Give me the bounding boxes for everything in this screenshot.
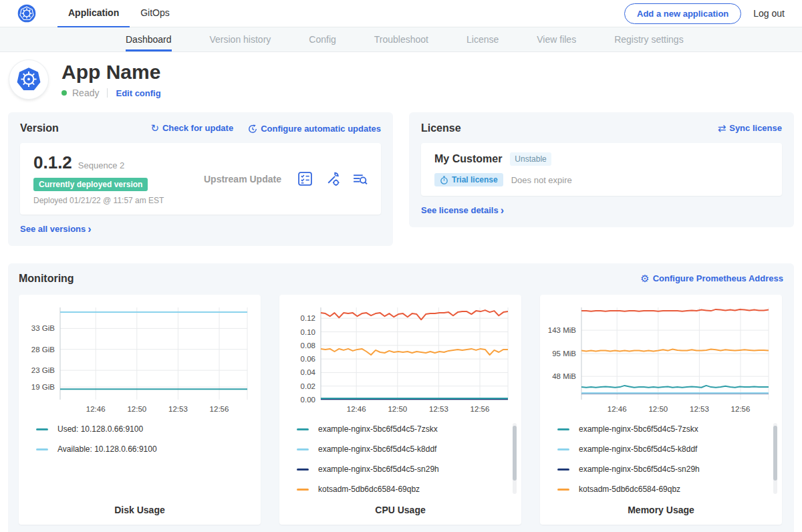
svg-text:12:50: 12:50 <box>648 405 668 413</box>
disk-usage-chart-card: 33 GiB28 GiB23 GiB19 GiB12:4612:5012:531… <box>19 295 261 525</box>
add-application-button[interactable]: Add a new application <box>624 3 741 24</box>
legend-label: Available: 10.128.0.66:9100 <box>57 444 157 454</box>
legend-scrollbar-thumb[interactable] <box>773 426 777 481</box>
edit-config-link[interactable]: Edit config <box>116 88 160 98</box>
svg-text:12:46: 12:46 <box>347 405 366 413</box>
svg-text:12:56: 12:56 <box>731 405 751 413</box>
version-card: Version ↻Check for update Configure auto… <box>8 112 393 246</box>
svg-text:12:56: 12:56 <box>471 405 490 413</box>
refresh-icon: ↻ <box>150 122 159 134</box>
version-sequence: Sequence 2 <box>78 160 124 170</box>
svg-text:143 MiB: 143 MiB <box>548 326 576 334</box>
legend-color-dash <box>557 489 569 491</box>
kubernetes-app-icon <box>15 65 43 94</box>
legend-item: kotsadm-5db6dc6584-69qbz <box>557 485 774 494</box>
preflight-checks-icon[interactable] <box>297 171 313 186</box>
svg-text:95 MiB: 95 MiB <box>552 350 576 358</box>
configure-prometheus-link[interactable]: ⚙Configure Prometheus Address <box>640 273 783 285</box>
legend-label: Used: 10.128.0.66:9100 <box>57 424 143 434</box>
divider <box>107 88 108 98</box>
sync-license-link[interactable]: ⇄Sync license <box>718 122 782 134</box>
legend-scrollbar-track <box>513 423 517 494</box>
svg-text:12:46: 12:46 <box>608 405 627 413</box>
chart-title: CPU Usage <box>287 505 513 515</box>
version-number: 0.1.2 <box>33 152 72 173</box>
sub-tab-dashboard[interactable]: Dashboard <box>126 27 172 51</box>
ready-status-dot <box>61 90 67 96</box>
legend-scrollbar-thumb[interactable] <box>513 426 517 481</box>
top-nav-right: Add a new application Log out <box>624 3 785 24</box>
legend-label: example-nginx-5bc6f5d4c5-k8ddf <box>579 444 697 454</box>
legend-scrollbar-track <box>773 423 777 494</box>
license-expiry: Does not expire <box>511 175 572 185</box>
sub-tab-troubleshoot[interactable]: Troubleshoot <box>374 27 428 51</box>
legend-item: Used: 10.128.0.66:9100 <box>36 424 253 434</box>
auto-update-clock-icon <box>248 123 257 134</box>
svg-text:12:53: 12:53 <box>168 405 188 413</box>
svg-text:12:46: 12:46 <box>86 405 106 413</box>
svg-text:48 MiB: 48 MiB <box>552 372 576 380</box>
see-license-details-link[interactable]: See license details› <box>421 205 504 217</box>
page-title: App Name <box>61 61 161 83</box>
current-version-panel: 0.1.2 Sequence 2 Currently deployed vers… <box>20 143 381 215</box>
logout-link[interactable]: Log out <box>753 8 785 19</box>
legend-item: example-nginx-5bc6f5d4c5-7zskx <box>297 424 513 434</box>
legend-item: example-nginx-5bc6f5d4c5-k8ddf <box>297 444 513 454</box>
sub-tab-version-history[interactable]: Version history <box>210 27 271 51</box>
trial-license-badge: Trial license <box>434 173 503 186</box>
svg-text:0.06: 0.06 <box>301 355 315 363</box>
svg-text:0.10: 0.10 <box>301 328 315 336</box>
top-tab-application[interactable]: Application <box>57 0 130 27</box>
legend-item: example-nginx-5bc6f5d4c5-sn29h <box>557 464 774 474</box>
cpu-legend: example-nginx-5bc6f5d4c5-7zskxexample-ng… <box>297 424 513 505</box>
gear-icon: ⚙ <box>640 273 649 284</box>
legend-label: example-nginx-5bc6f5d4c5-7zskx <box>318 424 438 434</box>
legend-color-dash <box>557 448 569 450</box>
kubernetes-logo-icon[interactable] <box>17 4 36 23</box>
license-card: License ⇄Sync license My Customer Unstab… <box>409 112 794 227</box>
customer-name: My Customer <box>434 153 502 165</box>
memory-legend: example-nginx-5bc6f5d4c5-7zskxexample-ng… <box>557 424 774 505</box>
cpu-usage-chart: 0.120.100.080.060.040.020.0012:4612:5012… <box>287 301 513 419</box>
svg-text:33 GiB: 33 GiB <box>31 324 55 332</box>
license-panel: My Customer Unstable Trial license Does … <box>421 143 782 196</box>
memory-usage-chart: 143 MiB95 MiB48 MiB12:4612:5012:5312:56 <box>548 301 774 419</box>
legend-color-dash <box>297 428 309 430</box>
app-status: Ready <box>72 88 99 98</box>
monitoring-section: Monitoring ⚙Configure Prometheus Address… <box>8 263 794 532</box>
configure-automatic-updates-link[interactable]: Configure automatic updates <box>248 123 381 134</box>
svg-text:0.08: 0.08 <box>301 342 315 350</box>
deploy-logs-icon[interactable] <box>352 171 368 186</box>
legend-item: example-nginx-5bc6f5d4c5-k8ddf <box>557 444 774 454</box>
sub-tab-view-files[interactable]: View files <box>537 27 576 51</box>
license-card-title: License <box>421 122 461 134</box>
legend-label: example-nginx-5bc6f5d4c5-7zskx <box>579 424 698 434</box>
svg-text:12:50: 12:50 <box>127 405 146 413</box>
stopwatch-icon <box>440 176 448 184</box>
legend-label: kotsadm-5db6dc6584-69qbz <box>318 485 420 494</box>
top-tab-gitops[interactable]: GitOps <box>130 0 180 27</box>
legend-item: example-nginx-5bc6f5d4c5-7zskx <box>557 424 774 434</box>
disk-legend: Used: 10.128.0.66:9100Available: 10.128.… <box>36 424 253 464</box>
app-header: App Name Ready Edit config <box>0 52 802 112</box>
see-all-versions-link[interactable]: See all versions› <box>20 223 92 235</box>
svg-text:23 GiB: 23 GiB <box>31 366 55 374</box>
svg-text:0.00: 0.00 <box>301 396 315 404</box>
app-sub-nav: DashboardVersion historyConfigTroublesho… <box>0 27 802 52</box>
app-avatar <box>9 60 48 99</box>
svg-text:12:50: 12:50 <box>388 405 407 413</box>
legend-label: example-nginx-5bc6f5d4c5-sn29h <box>318 464 439 474</box>
sub-tab-registry-settings[interactable]: Registry settings <box>614 27 683 51</box>
config-wrench-icon[interactable] <box>325 171 340 186</box>
legend-color-dash <box>557 469 569 471</box>
legend-color-dash <box>297 469 309 471</box>
sub-tab-config[interactable]: Config <box>309 27 336 51</box>
legend-item: example-nginx-5bc6f5d4c5-sn29h <box>297 464 513 474</box>
charts-grid: 33 GiB28 GiB23 GiB19 GiB12:4612:5012:531… <box>19 295 783 525</box>
check-for-update-link[interactable]: ↻Check for update <box>150 122 233 134</box>
legend-label: example-nginx-5bc6f5d4c5-sn29h <box>579 464 700 474</box>
sub-tab-license[interactable]: License <box>466 27 499 51</box>
chevron-right-icon: › <box>88 223 91 235</box>
version-source: Upstream Update <box>204 174 297 184</box>
legend-item: Available: 10.128.0.66:9100 <box>36 444 253 454</box>
